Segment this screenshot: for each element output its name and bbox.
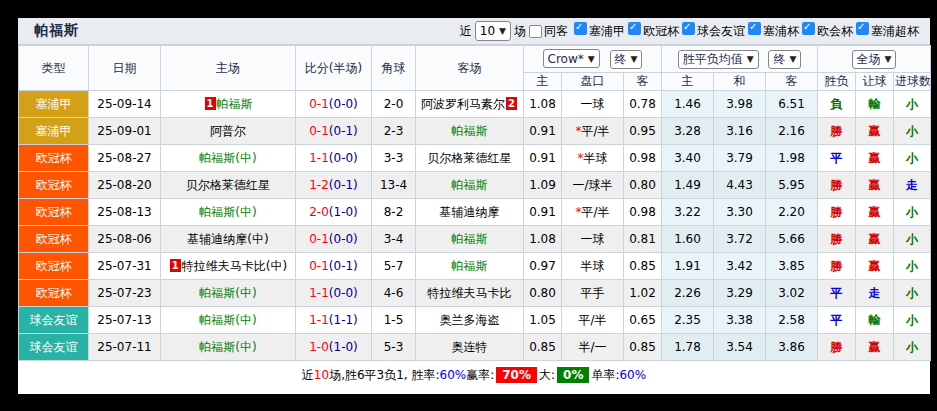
home-team: 阿普尔 xyxy=(161,118,296,145)
league-badge: 欧冠杯 xyxy=(19,172,89,199)
halftime-score: (1-1) xyxy=(329,313,358,327)
red-card-badge: 2 xyxy=(506,97,517,110)
avg-final-select[interactable]: 终▼ xyxy=(768,50,801,69)
corner-score: 5-3 xyxy=(372,334,416,361)
away-odds: 0.98 xyxy=(624,145,662,172)
table-row: 欧冠杯25-08-20贝尔格莱德红星1-2(0-1)13-4帕福斯1.09一/球… xyxy=(19,172,931,199)
chevron-down-icon: ▼ xyxy=(588,54,595,64)
handicap: *平/半 xyxy=(562,118,624,145)
match-count-select[interactable]: 10▼ xyxy=(475,21,511,41)
handicap-result: 輸 xyxy=(856,307,894,334)
handicap: 半/一 xyxy=(562,334,624,361)
league-badge: 球会友谊 xyxy=(19,334,89,361)
league-filter-list: 塞浦甲欧冠杯球会友谊塞浦杯欧会杯塞浦超杯 xyxy=(574,22,922,40)
match-score: 0-1(0-0) xyxy=(296,226,372,253)
avg-type-select[interactable]: 胜平负均值▼ xyxy=(678,50,759,69)
red-card-badge: 1 xyxy=(205,97,216,110)
team-name: 特拉维夫马卡比(中) xyxy=(182,259,287,273)
away-odds: 0.78 xyxy=(624,91,662,118)
away-odds: 0.98 xyxy=(624,199,662,226)
league-filter-checkbox[interactable] xyxy=(628,22,641,35)
league-filter-checkbox[interactable] xyxy=(682,22,695,35)
league-badge: 塞浦甲 xyxy=(19,91,89,118)
match-result: 勝 xyxy=(818,253,856,280)
table-row: 塞浦甲25-09-01阿普尔0-1(0-1)2-3帕福斯0.91*平/半0.95… xyxy=(19,118,931,145)
col-header-goals: 进球数 xyxy=(894,73,931,91)
team-name: 帕福斯(中) xyxy=(199,340,256,354)
bookmaker-select[interactable]: Crow*▼ xyxy=(543,49,600,68)
home-odds: 0.91 xyxy=(524,199,562,226)
match-date: 25-08-27 xyxy=(89,145,161,172)
home-team: 帕福斯(中) xyxy=(161,334,296,361)
avg-draw-odds: 3.54 xyxy=(714,334,766,361)
avg-draw-odds: 3.42 xyxy=(714,253,766,280)
odds-final-select[interactable]: 终▼ xyxy=(610,50,643,69)
handicap: 一/球半 xyxy=(562,172,624,199)
table-row: 欧冠杯25-07-311特拉维夫马卡比(中)0-1(0-1)5-7帕福斯0.97… xyxy=(19,253,931,280)
handicap: 一球 xyxy=(562,226,624,253)
star-marker: * xyxy=(578,151,584,165)
match-result: 勝 xyxy=(818,118,856,145)
team-name: 奥兰多海盗 xyxy=(440,313,500,327)
league-filter-label: 塞浦超杯 xyxy=(871,24,919,38)
filter-controls: 近 10▼ 场 同客 塞浦甲欧冠杯球会友谊塞浦杯欧会杯塞浦超杯 xyxy=(457,21,930,41)
avg-away-odds: 2.20 xyxy=(766,199,818,226)
fulltime-score: 2-0 xyxy=(309,205,329,219)
handicap: 半球 xyxy=(562,253,624,280)
league-filter-checkbox[interactable] xyxy=(748,22,761,35)
matches-table: 类型 日期 主场 比分(半场) 角球 客场 Crow*▼ 终▼ 胜平负均值▼ 终… xyxy=(18,45,931,361)
col-header-corner: 角球 xyxy=(372,46,416,91)
summary-part: 单率: xyxy=(591,367,619,384)
team-name: 贝尔格莱德红星 xyxy=(186,178,270,192)
away-odds: 0.65 xyxy=(624,307,662,334)
avg-home-odds: 1.91 xyxy=(662,253,714,280)
result-group-header: 全场▼ xyxy=(818,46,931,73)
away-team: 阿波罗利马素尔2 xyxy=(416,91,524,118)
fulltime-score: 0-1 xyxy=(309,259,329,273)
col-header-type: 类型 xyxy=(19,46,89,91)
halftime-score: (0-1) xyxy=(329,178,358,192)
summary-part: 大: xyxy=(539,367,555,384)
avg-away-odds: 3.02 xyxy=(766,280,818,307)
same-away-checkbox[interactable] xyxy=(529,25,542,38)
corner-score: 1-5 xyxy=(372,307,416,334)
avg-home-odds: 3.22 xyxy=(662,199,714,226)
handicap: *半球 xyxy=(562,145,624,172)
halftime-score: (0-1) xyxy=(329,124,358,138)
league-filter-checkbox[interactable] xyxy=(574,22,587,35)
handicap-result: 贏 xyxy=(856,172,894,199)
goals-result: 小 xyxy=(894,253,931,280)
chevron-down-icon: ▼ xyxy=(631,54,638,64)
halftime-score: (1-0) xyxy=(329,205,358,219)
avg-home-odds: 1.46 xyxy=(662,91,714,118)
handicap: 平手 xyxy=(562,280,624,307)
avg-draw-odds: 3.16 xyxy=(714,118,766,145)
summary-part: 10 xyxy=(314,368,329,382)
match-score: 1-1(0-0) xyxy=(296,145,372,172)
match-result: 勝 xyxy=(818,226,856,253)
team-name: 帕福斯(中) xyxy=(199,313,256,327)
avg-home-odds: 3.28 xyxy=(662,118,714,145)
home-team: 帕福斯(中) xyxy=(161,199,296,226)
halftime-score: (0-0) xyxy=(329,97,358,111)
chevron-down-icon: ▼ xyxy=(499,26,506,36)
home-team: 帕福斯(中) xyxy=(161,307,296,334)
team-name: 特拉维夫马卡比 xyxy=(428,286,512,300)
team-name: 帕福斯 xyxy=(452,259,488,273)
match-score: 0-1(0-0) xyxy=(296,91,372,118)
avg-home-odds: 2.35 xyxy=(662,307,714,334)
team-name: 基辅迪纳摩 xyxy=(440,205,500,219)
handicap: 一球 xyxy=(562,91,624,118)
col-header-avg-home: 主 xyxy=(662,73,714,91)
goals-result: 小 xyxy=(894,307,931,334)
match-result: 勝 xyxy=(818,334,856,361)
league-filter-checkbox[interactable] xyxy=(802,22,815,35)
team-name: 帕福斯(中) xyxy=(199,286,256,300)
scope-select[interactable]: 全场▼ xyxy=(852,50,897,69)
col-header-home: 主场 xyxy=(161,46,296,91)
avg-away-odds: 6.51 xyxy=(766,91,818,118)
match-score: 0-1(0-1) xyxy=(296,118,372,145)
handicap: *平/半 xyxy=(562,199,624,226)
league-filter-checkbox[interactable] xyxy=(856,22,869,35)
home-team: 贝尔格莱德红星 xyxy=(161,172,296,199)
